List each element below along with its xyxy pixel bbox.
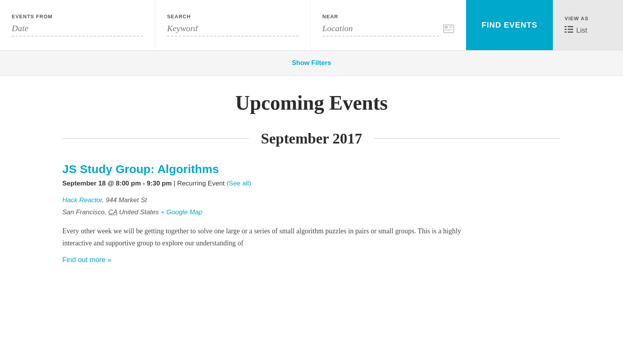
view-as-list-option[interactable]: List — [565, 26, 611, 35]
country-text: United States — [117, 208, 161, 216]
event-datetime: September 18 @ 8:00 pm - 9:30 pm | Recur… — [62, 180, 561, 187]
venue-link[interactable]: Hack Reactor — [62, 196, 102, 204]
state-abbr: CA — [108, 208, 117, 216]
google-map-link[interactable]: + Google Map — [161, 208, 202, 216]
near-label: NEAR — [322, 14, 454, 19]
search-label: SEARCH — [167, 14, 299, 19]
search-bar: EVENTS FROM SEARCH NEAR FIND EVENTS — [0, 0, 623, 51]
event-location: Hack Reactor, 944 Market St San Francisc… — [62, 194, 561, 218]
svg-rect-9 — [568, 29, 573, 30]
keyword-input[interactable] — [167, 23, 299, 37]
date-input[interactable] — [12, 23, 143, 37]
page-title: Upcoming Events — [62, 91, 561, 114]
month-divider-right — [374, 138, 561, 139]
event-city-line: San Francisco, CA United States + Google… — [62, 206, 561, 219]
event-date-strong: September 18 @ 8:00 pm - 9:30 pm — [62, 180, 172, 187]
svg-rect-0 — [443, 25, 454, 33]
event-description: Every other week we will be getting toge… — [62, 225, 491, 249]
events-from-field: EVENTS FROM — [0, 0, 155, 50]
month-section: September 2017 JS Study Group: Algorithm… — [62, 130, 561, 264]
event-recurring-text: Recurring Event — [177, 180, 225, 187]
show-filters-link[interactable]: Show Filters — [292, 59, 331, 66]
city-text: San Francisco, — [62, 208, 108, 216]
event-separator: | — [174, 180, 177, 187]
events-from-label: EVENTS FROM — [12, 14, 143, 19]
find-events-button[interactable]: FIND EVENTS — [466, 0, 553, 50]
svg-rect-6 — [565, 26, 567, 27]
find-out-more-link[interactable]: Find out more » — [62, 256, 111, 264]
location-input[interactable] — [322, 23, 439, 37]
filters-bar: Show Filters — [0, 51, 623, 76]
near-field: NEAR — [311, 0, 466, 50]
svg-rect-7 — [568, 26, 573, 27]
event-item: JS Study Group: Algorithms September 18 … — [62, 163, 561, 264]
svg-rect-11 — [568, 32, 573, 33]
view-as-label: VIEW AS — [565, 16, 611, 21]
month-header: September 2017 — [62, 130, 561, 147]
main-content: Upcoming Events September 2017 JS Study … — [0, 76, 623, 295]
see-all-link[interactable]: (See all) — [227, 180, 251, 187]
venue-address: , 944 Market St — [102, 196, 147, 204]
view-as-list-label: List — [576, 26, 587, 35]
svg-rect-10 — [565, 32, 567, 33]
location-card-icon — [443, 24, 454, 35]
month-title: September 2017 — [249, 130, 374, 147]
event-venue-line: Hack Reactor, 944 Market St — [62, 194, 561, 206]
list-lines-icon — [565, 26, 573, 35]
event-title-link[interactable]: JS Study Group: Algorithms — [62, 163, 561, 176]
view-as-section: VIEW AS List — [553, 0, 623, 50]
near-input-wrapper — [322, 23, 454, 37]
svg-rect-8 — [565, 29, 567, 30]
search-field: SEARCH — [155, 0, 311, 50]
month-divider-left — [62, 138, 249, 139]
svg-rect-1 — [445, 26, 448, 28]
